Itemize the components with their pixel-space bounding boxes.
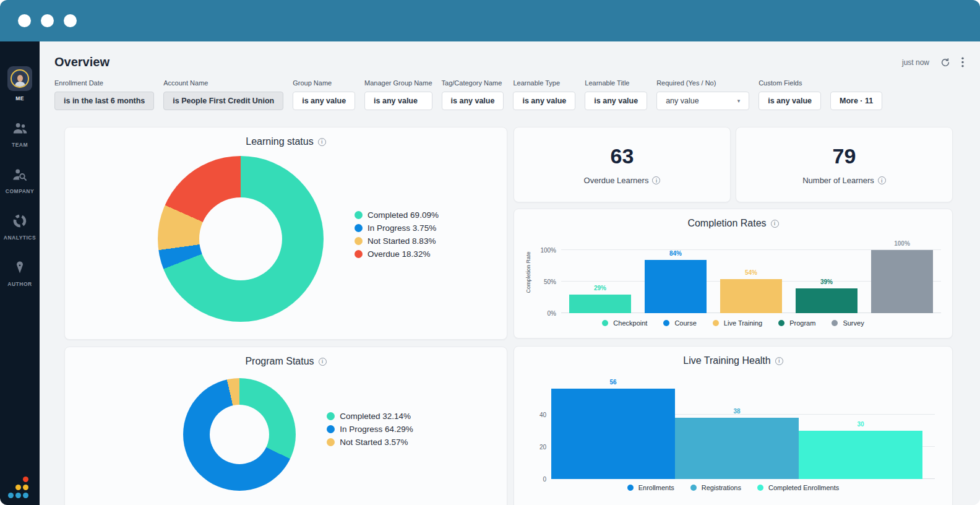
sidebar-item-label: TEAM	[12, 142, 28, 148]
bars-group: 563830	[551, 389, 935, 479]
filter-value: is any value	[302, 97, 346, 105]
logo-dot	[15, 493, 21, 498]
filter-chip-enrollment-date[interactable]: is in the last 6 months	[54, 92, 154, 110]
filter-label: Required (Yes / No)	[656, 79, 749, 87]
legend-label: Completed 69.09%	[368, 210, 439, 220]
program-status-legend: Completed 32.14%In Progress 64.29%Not St…	[327, 412, 413, 447]
legend-item-program[interactable]: Program	[778, 319, 815, 327]
legend-dot	[690, 485, 697, 491]
legend-dot	[627, 485, 634, 491]
analytics-icon	[11, 212, 29, 230]
legend-label: Completed Enrollments	[768, 484, 839, 491]
window-control-maximize[interactable]	[64, 14, 77, 27]
filter-value: any value	[666, 97, 699, 105]
legend-item-overdue[interactable]: Overdue 18.32%	[355, 249, 439, 259]
chart-title: Live Training Health	[683, 355, 770, 366]
sidebar-item-analytics[interactable]: ANALYTICS	[4, 212, 36, 241]
refresh-icon[interactable]	[940, 58, 950, 67]
bar-value-label: 100%	[871, 240, 933, 247]
legend-dot	[355, 237, 363, 245]
legend-item-checkpoint[interactable]: Checkpoint	[602, 319, 647, 327]
program-status-donut[interactable]	[183, 378, 296, 491]
legend-item-live-training[interactable]: Live Training	[713, 319, 762, 327]
bar-enrollments[interactable]: 56	[551, 389, 675, 479]
legend-label: Course	[674, 319, 696, 327]
info-icon[interactable]: i	[775, 357, 783, 365]
legend-dot	[713, 320, 719, 326]
legend-label: Not Started 3.57%	[340, 438, 408, 447]
legend-item-not-started[interactable]: Not Started 8.83%	[355, 236, 439, 246]
window-control-minimize[interactable]	[41, 14, 54, 27]
info-icon[interactable]: i	[319, 358, 327, 366]
filter-chip-tag-category-name[interactable]: is any value	[442, 92, 504, 110]
bar-course[interactable]: 84%	[645, 260, 707, 313]
legend-item-completed[interactable]: Completed 32.14%	[327, 412, 413, 421]
window-control-close[interactable]	[18, 14, 31, 27]
filter-chip-manager-group-name[interactable]: is any value	[364, 92, 432, 110]
filter-chip-group-name[interactable]: is any value	[293, 92, 355, 110]
donut-hole	[199, 197, 282, 280]
info-icon[interactable]: i	[878, 176, 886, 184]
sidebar-item-me[interactable]: ME	[7, 66, 32, 101]
filter-chip-learnable-title[interactable]: is any value	[585, 92, 647, 110]
legend-item-survey[interactable]: Survey	[832, 319, 864, 327]
sidebar-item-author[interactable]: AUTHOR	[7, 258, 32, 287]
filter-value: More · 11	[840, 97, 873, 105]
bar-value-label: 29%	[569, 285, 631, 291]
legend-dot	[778, 320, 784, 326]
filter-chip-more-11[interactable]: More · 11	[830, 92, 882, 110]
learning-status-donut[interactable]	[158, 156, 324, 322]
filter-manager-group-name: Manager Group Nameis any value	[364, 79, 432, 110]
legend-label: Live Training	[724, 319, 762, 327]
kebab-menu-icon[interactable]	[961, 57, 964, 67]
filter-value: is any value	[522, 97, 566, 105]
chevron-down-icon: ▾	[737, 98, 741, 104]
legend-dot	[327, 438, 335, 446]
filter-value: is People First Credit Union	[173, 97, 274, 105]
sidebar-item-label: COMPANY	[6, 188, 34, 194]
filter-label: Learnable Title	[585, 79, 647, 87]
filter-chip-custom-fields[interactable]: is any value	[759, 92, 821, 110]
bar-live-training[interactable]: 54%	[720, 279, 782, 313]
info-icon[interactable]: i	[318, 138, 326, 146]
stat-label: Number of Learners	[802, 176, 874, 185]
legend-label: Checkpoint	[613, 319, 647, 327]
chart-title: Program Status	[245, 356, 314, 367]
legend-item-in-progress[interactable]: In Progress 64.29%	[327, 425, 413, 434]
legend-item-completed[interactable]: Completed 69.09%	[355, 210, 439, 220]
filter-chip-required-yes-no[interactable]: any value▾	[656, 92, 749, 110]
legend-item-completed-enrollments[interactable]: Completed Enrollments	[757, 484, 839, 491]
filter-value: is any value	[451, 97, 495, 105]
legend-item-in-progress[interactable]: In Progress 3.75%	[355, 223, 439, 233]
main-content: Overview just now Enrollment Dateis in t…	[40, 41, 980, 505]
info-icon[interactable]: i	[771, 220, 779, 228]
info-icon[interactable]: i	[652, 176, 660, 184]
page-title: Overview	[54, 55, 110, 69]
legend-item-registrations[interactable]: Registrations	[690, 484, 741, 491]
bar-program[interactable]: 39%	[796, 288, 858, 313]
bar-completed-enrollments[interactable]: 30	[799, 431, 922, 479]
company-icon	[11, 165, 29, 184]
completion-rates-legend: CheckpointCourseLive TrainingProgramSurv…	[514, 319, 952, 327]
filter-chip-learnable-type[interactable]: is any value	[513, 92, 575, 110]
legend-item-enrollments[interactable]: Enrollments	[627, 484, 674, 491]
filter-label: Manager Group Name	[364, 79, 432, 87]
sidebar-item-team[interactable]: TEAM	[11, 119, 29, 148]
legend-item-not-started[interactable]: Not Started 3.57%	[327, 438, 413, 447]
author-icon	[11, 258, 29, 277]
bar-checkpoint[interactable]: 29%	[569, 295, 631, 313]
sidebar-item-company[interactable]: COMPANY	[6, 165, 34, 194]
bar-registrations[interactable]: 38	[675, 418, 799, 479]
filter-more-11: More · 11	[830, 79, 882, 110]
avatar	[7, 66, 32, 91]
legend-dot	[757, 485, 763, 491]
filter-learnable-title: Learnable Titleis any value	[585, 79, 647, 110]
legend-label: Enrollments	[638, 484, 674, 491]
legend-item-course[interactable]: Course	[663, 319, 696, 327]
stat-value: 63	[611, 144, 634, 168]
bar-value-label: 54%	[720, 269, 782, 276]
donut-hole	[210, 405, 269, 464]
bar-value-label: 30	[799, 421, 922, 428]
bar-survey[interactable]: 100%	[871, 250, 933, 313]
filter-chip-account-name[interactable]: is People First Credit Union	[163, 92, 283, 110]
